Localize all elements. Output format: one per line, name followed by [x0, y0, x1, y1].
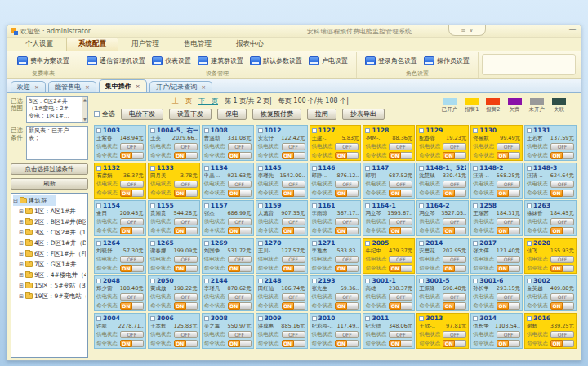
- room-checkbox[interactable]: [312, 316, 317, 321]
- command-on-button[interactable]: ON: [389, 227, 412, 234]
- supply-off-button[interactable]: OFF: [120, 256, 144, 263]
- room-card[interactable]: 1154金日209.45元供电状态OFF命令状态ON: [94, 200, 146, 236]
- on-indicator[interactable]: ON: [497, 302, 509, 310]
- supply-off-button[interactable]: OFF: [282, 218, 305, 225]
- room-card[interactable]: 1003王紫春148.94元供电状态OFF命令状态ON: [94, 125, 146, 161]
- supply-off-button[interactable]: OFF: [443, 331, 466, 338]
- supply-off-button[interactable]: OFF: [497, 293, 520, 301]
- on-indicator[interactable]: ON: [389, 152, 401, 159]
- supply-off-button[interactable]: OFF: [389, 181, 412, 188]
- room-checkbox[interactable]: [258, 316, 263, 321]
- command-on-button[interactable]: ON: [443, 265, 466, 272]
- action-button-5[interactable]: 拉闸: [307, 109, 336, 120]
- command-on-button[interactable]: ON: [174, 265, 198, 272]
- room-card[interactable]: 1129配春蓉19.23元供电状态OFF命令状态ON: [416, 125, 469, 161]
- room-card[interactable]: 1271李雅杰533.83..供电状态OFF命令状态ON: [310, 238, 362, 274]
- close-icon[interactable]: ×: [136, 83, 140, 90]
- room-card[interactable]: 3008吴之翼550.97元供电状态OFF命令状态ON: [202, 313, 254, 349]
- command-on-button[interactable]: ON: [389, 190, 412, 197]
- room-card[interactable]: 3014仇长争1103.54..供电状态OFF命令状态ON: [470, 313, 523, 349]
- command-on-button[interactable]: ON: [228, 340, 252, 347]
- on-indicator[interactable]: ON: [282, 340, 294, 347]
- on-indicator[interactable]: ON: [174, 340, 186, 347]
- collapse-icon[interactable]: ⊟: [13, 198, 18, 204]
- room-checkbox[interactable]: [527, 316, 532, 321]
- room-card[interactable]: 1161李雨琼367.17..供电状态OFF命令状态ON: [310, 200, 362, 236]
- on-indicator[interactable]: ON: [389, 190, 401, 197]
- ribbon-button[interactable]: 操作员设置: [421, 54, 473, 68]
- supply-off-button[interactable]: OFF: [282, 143, 305, 150]
- command-on-button[interactable]: ON: [335, 227, 359, 234]
- command-on-button[interactable]: ON: [550, 227, 574, 234]
- command-on-button[interactable]: ON: [335, 265, 359, 272]
- on-indicator[interactable]: ON: [282, 302, 294, 310]
- command-on-button[interactable]: ON: [228, 152, 252, 159]
- command-on-button[interactable]: ON: [174, 152, 198, 159]
- supply-off-button[interactable]: OFF: [282, 256, 305, 263]
- room-checkbox[interactable]: [150, 316, 155, 321]
- room-card[interactable]: 1012安宏仔122.42元供电状态OFF命令状态ON: [256, 125, 308, 161]
- room-card[interactable]: 3011纪宏德348.06元供电状态OFF命令状态ON: [363, 313, 415, 349]
- close-icon[interactable]: ×: [201, 84, 206, 91]
- room-card[interactable]: 3002金英越409.88元供电状态OFF命令状态ON: [524, 275, 577, 311]
- command-on-button[interactable]: ON: [228, 302, 252, 310]
- room-checkbox[interactable]: [365, 279, 370, 283]
- tree-item-9[interactable]: ⊞19区：9#变电站（2#: [19, 291, 86, 301]
- on-indicator[interactable]: ON: [120, 340, 132, 347]
- command-on-button[interactable]: ON: [389, 302, 412, 310]
- room-card[interactable]: 2144李瑾凡870.62元供电状态OFF命令状态ON: [202, 275, 254, 311]
- room-card[interactable]: 3004许翠2278.71..供电状态OFF命令状态ON: [94, 313, 146, 349]
- on-indicator[interactable]: ON: [497, 227, 509, 234]
- room-checkbox[interactable]: [473, 279, 478, 283]
- ribbon-button[interactable]: 默认参数设置: [247, 54, 305, 68]
- command-on-button[interactable]: ON: [389, 340, 412, 347]
- room-checkbox[interactable]: [312, 128, 317, 133]
- on-indicator[interactable]: ON: [335, 152, 347, 159]
- on-indicator[interactable]: ON: [335, 340, 347, 347]
- on-indicator[interactable]: ON: [282, 227, 294, 234]
- room-card[interactable]: 1264刘晓舒57.30元供电状态OFF命令状态ON: [94, 238, 146, 274]
- command-on-button[interactable]: ON: [120, 190, 144, 197]
- close-icon[interactable]: ×: [85, 84, 90, 91]
- room-checkbox[interactable]: [365, 166, 370, 171]
- tree-item-7[interactable]: ⊞9区：4#楼电井（4#楼: [19, 270, 86, 280]
- supply-off-button[interactable]: OFF: [497, 218, 520, 225]
- room-checkbox[interactable]: [527, 241, 532, 246]
- on-indicator[interactable]: ON: [443, 152, 455, 159]
- command-on-button[interactable]: ON: [282, 152, 305, 159]
- room-checkbox[interactable]: [96, 203, 101, 208]
- room-checkbox[interactable]: [473, 128, 478, 133]
- on-indicator[interactable]: ON: [120, 152, 132, 159]
- room-card[interactable]: 1004-5、右一王英2029.66..供电状态OFF命令状态ON: [148, 125, 200, 161]
- command-on-button[interactable]: ON: [497, 265, 520, 272]
- tree-item-6[interactable]: ⊞7区：G区1#井: [19, 259, 86, 270]
- supply-off-button[interactable]: OFF: [443, 143, 466, 150]
- room-card[interactable]: 1148-1、522沈慧钱330.41元供电状态OFF命令状态ON: [416, 163, 469, 199]
- on-indicator[interactable]: ON: [389, 227, 401, 234]
- room-card[interactable]: 1164-1冯立琴1595.67..供电状态OFF命令状态ON: [363, 200, 415, 236]
- on-indicator[interactable]: ON: [174, 152, 186, 159]
- scroll-up-icon[interactable]: ▲: [83, 97, 87, 103]
- supply-off-button[interactable]: OFF: [282, 293, 305, 301]
- choose-filter-button[interactable]: 点击选择过滤条件: [11, 163, 88, 175]
- command-on-button[interactable]: ON: [443, 302, 466, 310]
- on-indicator[interactable]: ON: [174, 190, 186, 197]
- room-card[interactable]: 1157张杰686.99元供电状态OFF命令状态ON: [202, 200, 254, 236]
- command-on-button[interactable]: ON: [497, 190, 520, 197]
- room-card[interactable]: 1270王川-..127.57元供电状态OFF命令状态ON: [256, 238, 308, 274]
- command-on-button[interactable]: ON: [443, 340, 466, 347]
- room-checkbox[interactable]: [365, 316, 370, 321]
- tab-1[interactable]: 欢迎×: [11, 81, 46, 92]
- room-checkbox[interactable]: [96, 128, 101, 133]
- room-card[interactable]: 2050黄成放190.22元供电状态OFF命令状态ON: [148, 275, 200, 311]
- room-card[interactable]: 1159大蕙音907.35元供电状态OFF命令状态ON: [256, 200, 308, 236]
- supply-off-button[interactable]: OFF: [228, 218, 252, 225]
- room-card[interactable]: 3013王欣-..97.81元供电状态OFF命令状态ON: [416, 313, 469, 349]
- ribbon-button[interactable]: 建筑群设置: [194, 54, 247, 68]
- supply-off-button[interactable]: OFF: [550, 181, 574, 188]
- room-card[interactable]: 1269刘国争531.72元供电状态OFF命令状态ON: [202, 238, 254, 274]
- ribbon-button[interactable]: 通信管理机设置: [83, 54, 149, 68]
- on-indicator[interactable]: ON: [443, 265, 455, 272]
- room-checkbox[interactable]: [204, 279, 209, 283]
- supply-off-button[interactable]: OFF: [120, 331, 144, 338]
